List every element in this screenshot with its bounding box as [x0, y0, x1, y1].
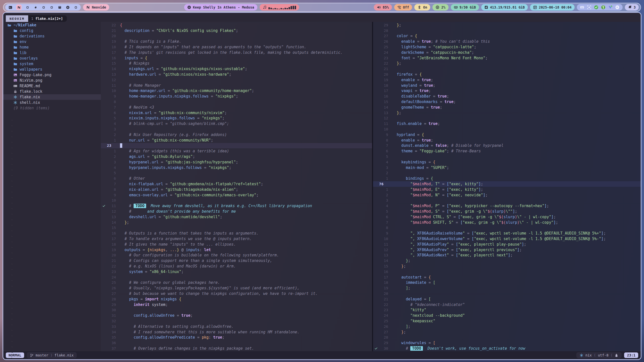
code-line[interactable]: 36	[101, 340, 372, 346]
code-line[interactable]: 27 color = {	[373, 33, 641, 39]
editor-split-right[interactable]: 29 };2827 color = {26 enable = true; # Y…	[373, 22, 641, 351]
code-line[interactable]: 30	[101, 307, 372, 313]
code-line[interactable]: 22 # "kdeconnect-indicator"	[373, 302, 641, 307]
code-line[interactable]: 20 # Our configuration is buildable on t…	[101, 252, 372, 258]
code-line[interactable]: 29 inherit system;	[101, 302, 372, 307]
tree-item-shell.nix[interactable]: shell.nix	[3, 100, 101, 105]
code-line[interactable]: 5	[101, 170, 372, 176]
code-line[interactable]: 9 hyprland = {	[373, 132, 641, 138]
code-line[interactable]: 17 autostart = {	[373, 275, 641, 280]
code-line[interactable]: 21 # Configs can support more than a sin…	[101, 258, 372, 263]
workspace-spotify-icon[interactable]	[65, 5, 70, 10]
code-line[interactable]: 10 home-manager.url = "github:nix-commun…	[101, 88, 372, 94]
network-widget[interactable]: Off	[394, 4, 412, 11]
code-line[interactable]: 33 # Alternative to setting config.allow…	[101, 324, 372, 329]
code-line[interactable]: 13 devshell.url = "github:numtide/devshe…	[101, 214, 372, 220]
code-line[interactable]: 31 config.allowUnfree = true;	[101, 313, 372, 318]
code-line[interactable]: 16 inputs = {	[101, 55, 372, 61]
code-line[interactable]: 2 ags.url = "github:Aylur/ags";	[101, 154, 372, 159]
code-line[interactable]: 8	[101, 99, 372, 105]
code-line[interactable]: 15 # Nixpkgs	[101, 61, 372, 66]
code-line[interactable]: 20	[373, 291, 641, 296]
code-line[interactable]: 9 home-manager.inputs.nixpkgs.follows = …	[101, 94, 372, 99]
code-line[interactable]: 3	[101, 126, 372, 132]
tree-item-derivations[interactable]: derivations	[3, 33, 101, 39]
code-line[interactable]: 19 outputs = {nixpkgs, ...} @ inputs: le…	[101, 247, 372, 253]
code-line[interactable]: 12 # and doesn't provide any benefits fo…	[101, 209, 372, 214]
code-line[interactable]: 11 ", XF86AudioPlay" = ["exec, playerctl…	[373, 242, 641, 247]
code-line[interactable]: 9 ", XF86AudioRaiseVolume" = ["exec, wpc…	[373, 231, 641, 236]
workspace-flame-icon[interactable]	[33, 5, 38, 10]
code-line[interactable]: 14 nixpkgs.url = "github:nixos/nixpkgs/n…	[101, 66, 372, 72]
code-line[interactable]: 34 # I read somewhere that this is more …	[101, 329, 372, 335]
code-line[interactable]: 13 ", XF86AudioNext" = ["exec, playerctl…	[373, 252, 641, 258]
code-line[interactable]: 11 # TODO Move away from devshell, as it…	[101, 203, 372, 209]
code-line[interactable]: 37 # Overlays define changes in the nixp…	[101, 346, 372, 351]
code-line[interactable]: 5	[373, 154, 641, 159]
tree-item-config[interactable]: config	[3, 28, 101, 33]
code-line[interactable]: 22{	[101, 22, 372, 28]
code-line[interactable]: 32	[101, 318, 372, 324]
code-line[interactable]: 18 immediate = [	[373, 280, 641, 285]
bluetooth-widget[interactable]: On	[414, 4, 430, 11]
code-line[interactable]: 21	[373, 66, 641, 72]
disk-widget[interactable]: 413.19/915.81 GiB	[481, 4, 528, 11]
code-line[interactable]: 27 };	[373, 329, 641, 335]
code-line[interactable]: 21 delayed = [	[373, 296, 641, 302]
screenshot-icon[interactable]	[587, 5, 591, 10]
tree-item-home[interactable]: home	[3, 44, 101, 50]
code-line[interactable]: 10	[373, 126, 641, 132]
code-line[interactable]: 7 "$mainMod SHIFT, S" = ["exec, grim -g …	[373, 220, 641, 225]
code-line[interactable]: 26 # Usually, "nixpkgs.legacyPackages.${…	[101, 285, 372, 291]
tree-item-wallpapers[interactable]: wallpapers	[3, 67, 101, 72]
code-line[interactable]: 26 ];	[373, 324, 641, 329]
code-line[interactable]: 9 emacs-overlay.url = "github:nix-commun…	[101, 192, 372, 198]
tree-item-system[interactable]: system	[3, 61, 101, 67]
code-line[interactable]: 22 # e.g. NixOS (linux) and MacOS (darwi…	[101, 263, 372, 269]
code-line[interactable]: 29 windowrules = [	[373, 340, 641, 346]
tree-item-flake.lock[interactable]: flake.lock	[3, 89, 101, 94]
code-line[interactable]: 1 # Ags for widgets (this was a terrible…	[101, 148, 372, 154]
code-line[interactable]: 23 system = "x86_64-linux";	[101, 269, 372, 275]
code-line[interactable]: 6 nixvim.url = "github:nix-community/nix…	[101, 110, 372, 116]
workspace-window-icon[interactable]	[57, 5, 62, 10]
code-line[interactable]: 4 hyprpanel.inputs.nixpkgs.follows = "ni…	[101, 165, 372, 170]
code-line[interactable]: 3 main-mod = "SUPER";	[373, 165, 641, 170]
workspace-square-icon[interactable]	[25, 5, 30, 10]
cpu-widget[interactable]: 2%	[432, 4, 448, 11]
code-line[interactable]: 20	[101, 33, 372, 39]
code-line[interactable]: 23	[101, 143, 372, 149]
code-line[interactable]: 12	[101, 77, 372, 83]
workspace-neovide-icon[interactable]	[16, 5, 22, 10]
code-line[interactable]: 3	[373, 198, 641, 203]
code-line[interactable]: 24 "nextcloud --background"	[373, 313, 641, 318]
code-line[interactable]: 12	[373, 116, 641, 121]
code-line[interactable]: 5 nixvim.inputs.nixpkgs.follows = "nixpk…	[101, 116, 372, 121]
code-line[interactable]: 24 darkScheme = "catppuccin-mocha";	[373, 50, 641, 55]
code-line[interactable]: 19 ];	[373, 285, 641, 291]
code-line[interactable]: 2	[373, 170, 641, 176]
tree-item-foggy-lake.png[interactable]: Foggy-Lake.png	[3, 72, 101, 78]
volume-widget[interactable]: 85%	[374, 4, 392, 11]
tree-item-flake.nix[interactable]: flake.nix	[3, 94, 101, 100]
code-line[interactable]: 18 wayland = true;	[373, 83, 641, 88]
tree-item-lib[interactable]: lib	[3, 50, 101, 56]
code-line[interactable]: 6 "$mainMod CTRL, S" = ["exec, grim -g \…	[373, 214, 641, 220]
tree-item-overlays[interactable]: overlays	[3, 56, 101, 61]
code-line[interactable]: 35 config.allowUnfreePredicate = pkg: tr…	[101, 335, 372, 340]
code-line[interactable]: 18 # It gives the name "inputs" to the .…	[101, 242, 372, 247]
code-line[interactable]: 18 # It depends on "inputs" that are pas…	[101, 44, 372, 50]
code-line[interactable]: 3 hyprpanel.url = "github:jas-singhfsu/h…	[101, 159, 372, 165]
tree-item-env[interactable]: env	[3, 39, 101, 44]
code-line[interactable]: 17 vaapi = true;	[373, 88, 641, 94]
code-line[interactable]: 16 disableTabBar = true;	[373, 94, 641, 99]
code-line[interactable]: 1 "$mainMod, E" = ["exec, kitty"];	[373, 187, 641, 192]
code-line[interactable]: 1 bindings = {	[373, 176, 641, 181]
code-line[interactable]: 1 nur.url = "github:nix-community/NUR";	[101, 138, 372, 143]
code-line[interactable]: 13 };	[373, 110, 641, 116]
code-line[interactable]: 15	[101, 225, 372, 231]
code-line[interactable]: 15 };	[373, 263, 641, 269]
workspace-square-icon[interactable]	[41, 5, 46, 10]
code-line[interactable]: 25 # We configure our global packages he…	[101, 280, 372, 285]
keepassxc-icon[interactable]	[601, 5, 606, 10]
